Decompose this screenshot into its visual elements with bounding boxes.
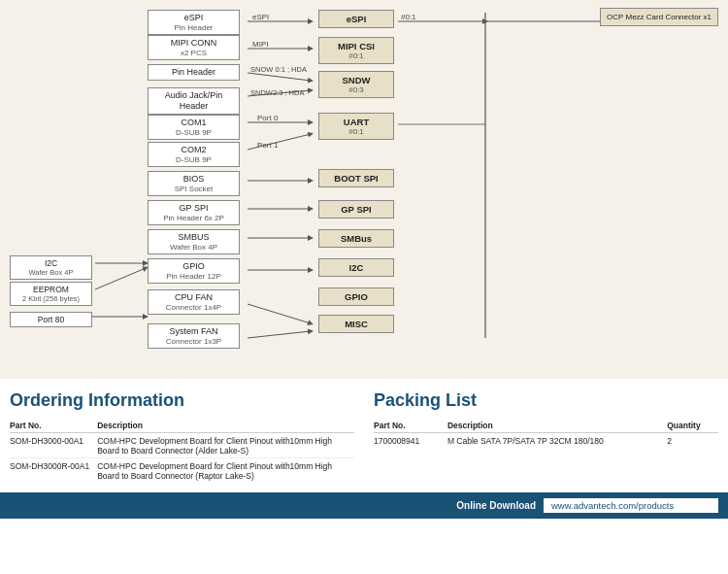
i2c-isolated-box: I2CWafer Box 4P <box>10 255 92 280</box>
svg-text:Port 1: Port 1 <box>257 141 279 150</box>
ordering-table: Part No. Description SOM-DH3000-00A1 COM… <box>10 419 354 483</box>
ordering-part-2: SOM-DH3000R-00A1 <box>10 458 97 484</box>
gpio-box: GPIOPin Header 12P <box>148 258 240 284</box>
com2-box: COM2D-SUB 9P <box>148 142 240 167</box>
ordering-row-1: SOM-DH3000-00A1 COM-HPC Development Boar… <box>10 433 354 458</box>
svg-text:#0:1: #0:1 <box>401 13 416 21</box>
svg-line-6 <box>248 73 311 81</box>
eeprom-box: EEPROM2 Kbit (256 bytes) <box>10 282 92 306</box>
packing-qty-1: 2 <box>667 433 718 449</box>
packing-col-desc: Description <box>447 419 667 433</box>
ordering-col-desc: Description <box>97 419 354 433</box>
cpu-fan-box: CPU FANConnector 1x4P <box>148 289 240 315</box>
svg-text:SNDW2:3 ; HDA: SNDW2:3 ; HDA <box>250 88 304 97</box>
footer-url: www.advantech.com/products <box>544 498 718 513</box>
boot-spi-box: BOOT SPI <box>318 169 394 187</box>
svg-line-22 <box>248 331 311 338</box>
ordering-part-1: SOM-DH3000-00A1 <box>10 433 97 458</box>
packing-desc-1: M Cable SATA 7P/SATA 7P 32CM 180/180 <box>447 433 667 449</box>
port80-box: Port 80 <box>10 312 92 327</box>
ordering-title: Ordering Information <box>10 390 354 411</box>
ordering-row-2: SOM-DH3000R-00A1 COM-HPC Development Boa… <box>10 458 354 484</box>
ocp-box: OCP Mezz Card Connector x1 <box>600 8 718 26</box>
packing-list-section: Packing List Part No. Description Quanti… <box>374 390 718 483</box>
smbus-box: SMBUSWafer Box 4P <box>148 229 240 254</box>
diagram-area: eSPI #0:1 MIPI SNOW 0:1 ; HDA SNDW2:3 ; … <box>0 0 728 379</box>
audio-jack-box: Audio Jack/Pin Header <box>148 87 240 115</box>
svg-text:eSPI: eSPI <box>252 13 269 21</box>
svg-line-21 <box>248 304 311 323</box>
svg-text:SNOW 0:1 ; HDA: SNOW 0:1 ; HDA <box>250 65 307 74</box>
packing-col-qty: Quantity <box>667 419 718 433</box>
sndw-box: SNDW#0:3 <box>318 71 394 98</box>
sys-fan-box: System FANConnector 1x3P <box>148 323 240 349</box>
espi-right-box: eSPI <box>318 10 394 28</box>
ordering-col-part: Part No. <box>10 419 97 433</box>
gp-spi-box: GP SPIPin Header 6x 2P <box>148 200 240 225</box>
mipi-conn-box: MIPI CONNx2 PCS <box>148 35 240 60</box>
packing-table: Part No. Description Quantity 1700008941… <box>374 419 718 448</box>
mipi-csi-box: MIPI CSI#0:1 <box>318 37 394 64</box>
svg-line-12 <box>248 134 311 150</box>
footer-label: Online Download <box>456 500 536 511</box>
packing-part-1: 1700008941 <box>374 433 447 449</box>
pin-header-box: Pin Header <box>148 64 240 81</box>
packing-row-1: 1700008941 M Cable SATA 7P/SATA 7P 32CM … <box>374 433 718 449</box>
espi-header-box: eSPIPin Header <box>148 10 240 35</box>
uart-box: UART#0:1 <box>318 113 394 140</box>
ordering-desc-1: COM-HPC Development Board for Client Pin… <box>97 433 354 458</box>
packing-col-part: Part No. <box>374 419 447 433</box>
misc-right-box: MISC <box>318 315 394 333</box>
smbus-right-box: SMBus <box>318 229 394 248</box>
ordering-desc-2: COM-HPC Development Board for Client Pin… <box>97 458 354 484</box>
com1-box: COM1D-SUB 9P <box>148 115 240 140</box>
svg-text:Port 0: Port 0 <box>257 114 279 122</box>
bios-box: BIOSSPI Socket <box>148 171 240 196</box>
svg-line-19 <box>95 268 146 289</box>
packing-title: Packing List <box>374 390 718 411</box>
svg-text:MIPI: MIPI <box>252 40 268 49</box>
i2c-right-box: I2C <box>318 258 394 277</box>
footer: Online Download www.advantech.com/produc… <box>0 492 728 519</box>
diagram-wrapper: eSPI #0:1 MIPI SNOW 0:1 ; HDA SNDW2:3 ; … <box>10 8 718 372</box>
svg-line-8 <box>248 90 311 96</box>
bottom-section: Ordering Information Part No. Descriptio… <box>0 379 728 492</box>
gp-spi-right-box: GP SPI <box>318 200 394 219</box>
gpio-right-box: GPIO <box>318 287 394 306</box>
ordering-info-section: Ordering Information Part No. Descriptio… <box>10 390 354 483</box>
